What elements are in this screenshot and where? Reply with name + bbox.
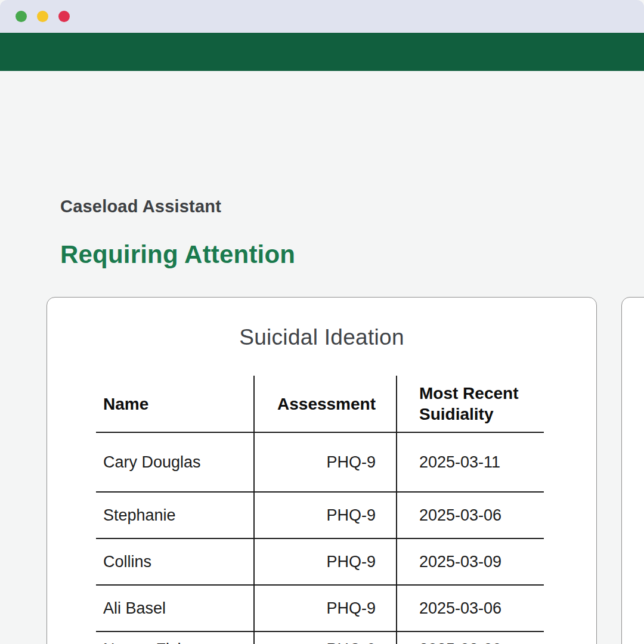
- column-header-name: Name: [96, 376, 254, 432]
- window-green-button[interactable]: [16, 11, 27, 22]
- table-row: Ali Basel PHQ-9 2025-03-06: [96, 585, 544, 631]
- patient-name-cell: Norma Fisher: [96, 631, 254, 644]
- suicidal-ideation-card: Suicidal Ideation Name Assessment Most R…: [47, 297, 597, 644]
- assessment-cell: PHQ-9: [254, 432, 397, 492]
- patient-name-cell: Ali Basel: [96, 585, 254, 631]
- next-card-partial: [621, 297, 644, 644]
- main-content: Caseload Assistant Requiring Attention S…: [0, 71, 644, 644]
- date-cell: 2025-03-09: [397, 538, 544, 585]
- column-header-most-recent-suidiality: Most Recent Suidiality: [397, 376, 544, 432]
- app-header-bar: [0, 33, 644, 71]
- assessment-cell: PHQ-9: [254, 538, 397, 585]
- card-title: Suicidal Ideation: [47, 325, 596, 350]
- assessment-cell: PHQ-9: [254, 585, 397, 631]
- patient-name-cell: Stephanie: [96, 492, 254, 538]
- date-cell: 2025-03-09: [397, 631, 544, 644]
- date-cell: 2025-03-06: [397, 492, 544, 538]
- column-header-assessment: Assessment: [254, 376, 397, 432]
- patient-name-cell: Collins: [96, 538, 254, 585]
- date-cell: 2025-03-11: [397, 432, 544, 492]
- table-row: Cary Douglas PHQ-9 2025-03-11: [96, 432, 544, 492]
- assessment-cell: PHQ-9: [254, 492, 397, 538]
- window-minimize-button[interactable]: [37, 11, 48, 22]
- window-close-button[interactable]: [58, 11, 70, 22]
- traffic-lights: [16, 11, 70, 22]
- table-row: Collins PHQ-9 2025-03-09: [96, 538, 544, 585]
- table-row: Norma Fisher PHQ-9 2025-03-09: [96, 631, 544, 644]
- patient-name-cell: Cary Douglas: [96, 432, 254, 492]
- assessment-cell: PHQ-9: [254, 631, 397, 644]
- table-row: Stephanie PHQ-9 2025-03-06: [96, 492, 544, 538]
- suicidal-ideation-table: Name Assessment Most Recent Suidiality C…: [96, 376, 544, 644]
- window-titlebar: [0, 0, 644, 33]
- page-title: Requiring Attention: [60, 240, 295, 269]
- app-subtitle: Caseload Assistant: [60, 197, 221, 216]
- date-cell: 2025-03-06: [397, 585, 544, 631]
- app-window: Caseload Assistant Requiring Attention S…: [0, 0, 644, 644]
- table-header-row: Name Assessment Most Recent Suidiality: [96, 376, 544, 432]
